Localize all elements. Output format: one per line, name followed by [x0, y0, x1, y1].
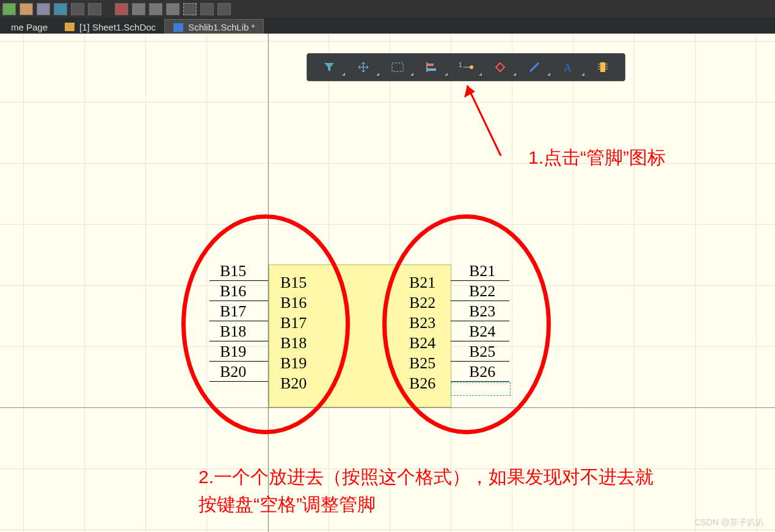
zoom-out-icon[interactable]	[88, 3, 101, 15]
schlib-doc-icon	[173, 23, 183, 32]
paste-icon[interactable]	[149, 3, 162, 15]
pin-icon: 1	[459, 61, 473, 73]
tab-sheet1[interactable]: [1] Sheet1.SchDoc	[56, 20, 164, 35]
undo-icon[interactable]	[200, 3, 214, 15]
schematic-canvas[interactable]: 1 A B15 B15 B16 B16 B17 B17 B18 B18 B19 …	[0, 34, 775, 532]
tab-home-page[interactable]: me Page	[2, 20, 56, 35]
paste-special-icon[interactable]	[166, 3, 180, 15]
svg-point-6	[470, 65, 473, 69]
cut-icon[interactable]	[115, 3, 128, 15]
origin-axis-horizontal	[0, 407, 775, 408]
svg-text:A: A	[564, 62, 572, 73]
svg-rect-0	[392, 63, 403, 71]
main-toolbar	[0, 0, 775, 18]
filter-button[interactable]	[312, 57, 346, 77]
ieee-symbol-icon	[494, 61, 506, 73]
toolbar-icon[interactable]	[20, 3, 33, 15]
zoom-in-icon[interactable]	[71, 3, 84, 15]
tab-label: [1] Sheet1.SchDoc	[79, 22, 156, 32]
line-button[interactable]	[517, 57, 551, 77]
toolbar-icon[interactable]	[2, 3, 16, 15]
selection-icon	[391, 61, 404, 73]
align-button[interactable]	[415, 57, 449, 77]
annotation-text-2: 2.一个个放进去（按照这个格式），如果发现对不进去就按键盘“空格”调整管脚	[198, 463, 663, 518]
annotation-arrow	[458, 76, 519, 162]
svg-marker-17	[464, 86, 475, 98]
annotation-ellipse-right	[382, 214, 551, 434]
annotation-text-1: 1.点击“管脚”图标	[528, 144, 666, 171]
move-button[interactable]	[346, 57, 380, 77]
tab-label: Schlib1.SchLib *	[188, 22, 255, 32]
selection-button[interactable]	[380, 57, 415, 77]
svg-line-7	[530, 63, 539, 71]
svg-line-16	[467, 86, 501, 156]
svg-text:1: 1	[459, 62, 462, 68]
ieee-symbol-button[interactable]	[483, 57, 517, 77]
copy-icon[interactable]	[132, 3, 145, 15]
svg-rect-9	[600, 62, 605, 72]
watermark: CSDN @菲子叭叭	[694, 517, 764, 528]
redo-icon[interactable]	[217, 3, 231, 15]
pin-button[interactable]: 1	[449, 57, 483, 77]
component-icon	[598, 60, 608, 74]
filter-icon	[323, 61, 335, 73]
save-icon[interactable]	[54, 3, 67, 15]
component-button[interactable]	[586, 57, 620, 77]
tab-schlib1[interactable]: Schlib1.SchLib *	[164, 19, 264, 35]
annotation-ellipse-left	[181, 214, 350, 434]
select-icon[interactable]	[183, 3, 197, 15]
move-icon	[357, 61, 369, 73]
svg-rect-2	[428, 68, 436, 71]
svg-rect-1	[428, 64, 434, 66]
align-icon	[426, 61, 438, 73]
tab-label: me Page	[11, 22, 48, 32]
text-icon: A	[562, 61, 575, 73]
toolbar-icon[interactable]	[37, 3, 50, 15]
line-icon	[528, 61, 540, 73]
text-button[interactable]: A	[551, 57, 586, 77]
schematic-doc-icon	[65, 23, 75, 31]
